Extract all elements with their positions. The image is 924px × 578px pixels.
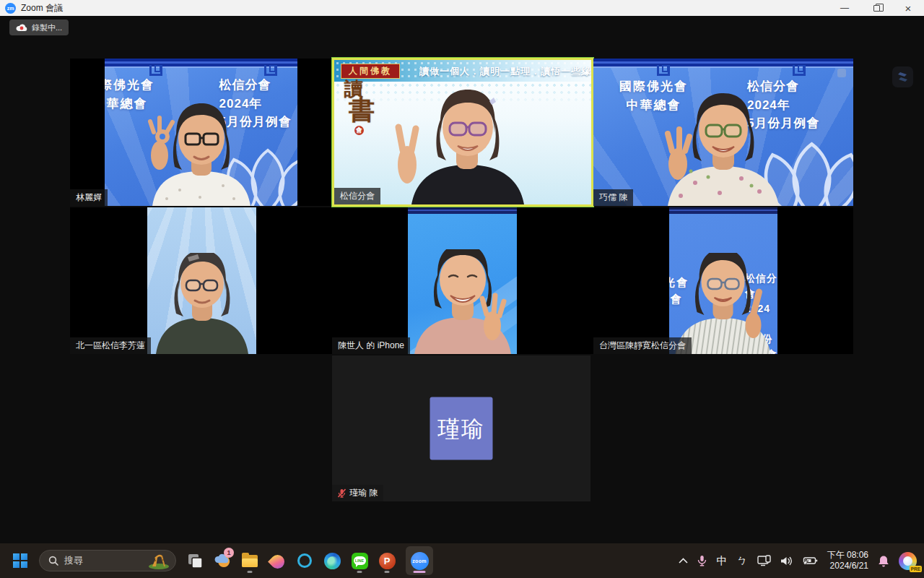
banner-brand: 人間佛教 — [341, 64, 400, 79]
search-box[interactable]: 搜尋 — [39, 550, 176, 571]
video-tile-participant-1[interactable]: 國際佛光會 中華總會 松信分會 2024年 5月份月例會 — [70, 59, 332, 206]
avatar: 瑾瑜 — [430, 397, 493, 460]
video-tile-participant-6[interactable]: 國際佛光會 中華總會 松信分會 2024年 5月份月例會 — [593, 207, 853, 354]
participant-video-person — [381, 85, 554, 204]
participant-name-label: 瑾瑜 陳 — [332, 485, 383, 501]
file-explorer-button[interactable] — [241, 546, 258, 575]
participant-video-person — [147, 253, 256, 354]
clock-date: 2024/6/21 — [827, 561, 868, 571]
video-tile-participant-5[interactable]: 陳世人 的 iPhone — [332, 207, 593, 354]
copilot-button[interactable]: PRE — [899, 552, 917, 570]
minimize-button[interactable]: — — [829, 0, 860, 16]
close-button[interactable]: × — [892, 0, 924, 16]
red-seal: 會 — [354, 126, 364, 135]
video-tile-participant-3[interactable]: 國際佛光會 中華總會 松信分會 2024年 5月份月例會 — [593, 59, 853, 206]
windows-logo-icon — [13, 553, 28, 569]
start-button[interactable] — [12, 546, 29, 575]
participant-name-label: 松信分會 — [334, 188, 380, 204]
participant-name-label: 巧儒 陳 — [593, 189, 633, 206]
tray-battery-charging[interactable] — [802, 556, 818, 566]
cloud-recording-icon — [16, 23, 27, 32]
recording-indicator[interactable]: 錄製中... — [9, 20, 69, 35]
window-title: Zoom 會議 — [21, 2, 63, 14]
banner-tagline: 讀做一個人．讀明一點理．讀悟一些緣：讀懂一顆心 — [419, 65, 591, 78]
zoom-app-icon: zm — [5, 3, 16, 14]
speaker-icon — [780, 556, 793, 566]
line-app-button[interactable]: LINE — [351, 546, 368, 575]
zoom-app-button[interactable]: zoom — [406, 546, 433, 575]
copilot-preview-badge: PRE — [910, 566, 922, 572]
tray-ime-language[interactable]: 中 — [716, 554, 727, 568]
line-icon: LINE — [352, 553, 368, 569]
restore-button[interactable] — [860, 0, 892, 16]
windows-taskbar: 搜尋 1 — [0, 543, 924, 578]
paint-drop-icon — [268, 552, 287, 571]
layout-s-icon — [897, 71, 909, 83]
calligraphy-text: 讀 書 會 — [344, 80, 375, 135]
clock-time: 下午 08:06 — [827, 550, 868, 561]
layout-overlay-button[interactable] — [892, 66, 913, 87]
tray-chevron-up[interactable] — [679, 558, 688, 564]
tray-clock[interactable]: 下午 08:06 2024/6/21 — [827, 550, 868, 571]
participant-name-label: 台灣區陳靜寛松信分會 — [593, 337, 692, 354]
reading-club-banner: 人間佛教 讀做一個人．讀明一點理．讀悟一些緣：讀懂一顆心 — [334, 60, 591, 82]
search-highlight-giraffe-image — [147, 552, 171, 569]
recording-label: 錄製中... — [32, 22, 62, 33]
zoom-icon: zoom — [411, 552, 429, 570]
v-sign-hand-gesture — [398, 127, 417, 184]
alexa-button[interactable] — [296, 546, 313, 575]
task-view-button[interactable] — [186, 546, 204, 575]
powerpoint-icon: P — [379, 553, 396, 569]
edge-button[interactable] — [323, 546, 341, 575]
chevron-up-icon — [679, 558, 688, 564]
background-top-bar — [408, 207, 517, 214]
window-titlebar: zm Zoom 會議 — × — [0, 0, 924, 16]
tray-volume[interactable] — [780, 556, 793, 566]
battery-charging-icon — [802, 556, 818, 566]
edge-icon — [324, 553, 341, 569]
participant-name-label: 林麗嬋 — [70, 189, 108, 206]
video-tile-participant-7[interactable]: 瑾瑜 瑾瑜 陳 — [332, 355, 590, 501]
avatar-initials: 瑾瑜 — [437, 413, 485, 444]
participant-name-label: 陳世人 的 iPhone — [332, 337, 410, 354]
background-top-bar — [669, 207, 777, 214]
tray-ime-mode[interactable]: ㄅ — [736, 554, 747, 568]
restore-icon — [873, 5, 880, 12]
ok-hand-gesture — [150, 118, 173, 170]
microphone-icon — [697, 555, 707, 566]
network-indicator-icon — [837, 69, 846, 77]
participant-video-person — [633, 90, 814, 206]
search-icon — [48, 556, 58, 566]
bell-icon — [878, 555, 889, 567]
mic-muted-icon — [338, 488, 346, 498]
participant-video-person — [408, 249, 517, 354]
paint-app-button[interactable] — [269, 546, 286, 575]
zoom-meeting-window: zm Zoom 會議 — × 錄製中... — [0, 0, 924, 578]
raised-hand-gesture — [668, 129, 689, 180]
widgets-notification-badge: 1 — [224, 548, 234, 558]
search-placeholder: 搜尋 — [64, 554, 141, 567]
widgets-button[interactable]: 1 — [214, 546, 231, 575]
participant-name-label: 北一區松信李芳蓮 — [70, 337, 151, 354]
video-tile-active-speaker[interactable]: 人間佛教 讀做一個人．讀明一點理．讀悟一些緣：讀懂一顆心 讀 書 會 — [332, 58, 593, 207]
notification-bell-button[interactable] — [878, 555, 889, 567]
alexa-ring-icon — [297, 553, 312, 568]
video-tile-participant-4[interactable]: 北一區松信李芳蓮 — [70, 207, 332, 354]
powerpoint-button[interactable]: P — [378, 546, 396, 575]
folder-icon — [242, 555, 258, 567]
cast-display-icon — [757, 555, 771, 566]
tray-cast-device[interactable] — [757, 555, 771, 566]
task-view-icon — [188, 553, 203, 569]
tray-microphone-in-use[interactable] — [697, 555, 707, 566]
participant-video-person — [122, 98, 281, 206]
